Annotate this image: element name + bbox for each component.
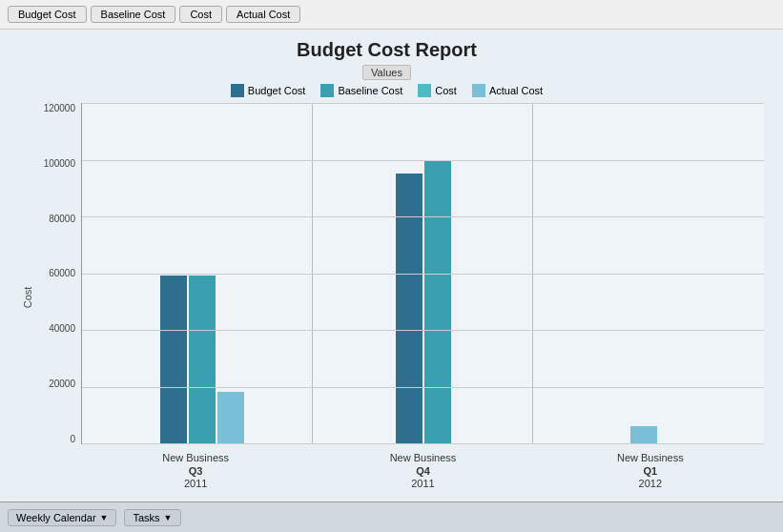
bar-budget-cost [396, 174, 422, 443]
legend-swatch [320, 84, 334, 97]
chart-inner: Cost 120000100000800006000040000200000 N… [10, 103, 764, 492]
y-axis-label: 60000 [49, 268, 75, 278]
grid-line [82, 387, 764, 388]
year-label: 2011 [309, 478, 536, 489]
legend-item-cost: Cost [418, 84, 457, 97]
legend-swatch [472, 84, 485, 97]
y-axis: 120000100000800006000040000200000 [29, 103, 81, 492]
year-label: 2012 [537, 478, 764, 489]
y-axis-label: 100000 [44, 158, 75, 169]
legend-label: Actual Cost [489, 85, 543, 96]
dropdown-arrow-icon: ▼ [164, 513, 173, 522]
quarter-label: Q4 [309, 465, 536, 477]
bottom-btn-tasks[interactable]: Tasks▼ [124, 509, 180, 526]
grid-line [82, 103, 764, 104]
legend-area: Values Budget CostBaseline CostCostActua… [231, 65, 543, 97]
legend-item-budget-cost: Budget Cost [231, 84, 306, 97]
group-name: New Business [82, 452, 309, 463]
values-label: Values [362, 65, 411, 80]
filter-btn-cost[interactable]: Cost [179, 6, 222, 23]
bottom-btn-label: Weekly Calendar [16, 512, 96, 523]
legend-swatch [418, 84, 431, 97]
y-axis-label: 120000 [44, 103, 75, 113]
y-axis-title: Cost [22, 287, 33, 309]
grid-line [82, 160, 764, 161]
filter-btn-baseline-cost[interactable]: Baseline Cost [91, 6, 176, 23]
chart-title: Budget Cost Report [297, 39, 477, 61]
year-label: 2011 [82, 478, 309, 489]
legend-item-actual-cost: Actual Cost [472, 84, 543, 97]
legend-item-baseline-cost: Baseline Cost [320, 84, 402, 97]
y-axis-label: 0 [70, 434, 75, 444]
legend-swatch [231, 84, 244, 97]
plot-area: New Business Q3 2011 New Business Q4 201… [81, 103, 764, 444]
x-label-0: New Business Q3 2011 [82, 452, 309, 489]
legend: Budget CostBaseline CostCostActual Cost [231, 84, 543, 97]
legend-label: Budget Cost [248, 85, 306, 96]
grid-line [82, 330, 764, 331]
bottom-bar: Weekly Calendar▼Tasks▼ [0, 501, 783, 532]
bar-actual-cost [217, 392, 244, 443]
bar-baseline-cost [424, 160, 451, 444]
y-axis-label: 40000 [49, 323, 75, 334]
filter-btn-actual-cost[interactable]: Actual Cost [226, 6, 300, 23]
bottom-btn-weekly-calendar[interactable]: Weekly Calendar▼ [8, 509, 116, 526]
group-name: New Business [537, 452, 764, 463]
x-label-2: New Business Q1 2012 [537, 452, 764, 489]
grid-line [82, 274, 764, 275]
x-label-1: New Business Q4 2011 [309, 452, 536, 489]
filter-bar: Budget CostBaseline CostCostActual Cost [0, 0, 783, 30]
quarter-label: Q3 [82, 465, 309, 477]
legend-label: Baseline Cost [338, 85, 402, 96]
bar-actual-cost [630, 426, 657, 443]
grid-line [82, 443, 764, 444]
bar-baseline-cost [189, 276, 216, 443]
bar-budget-cost [160, 276, 187, 443]
quarter-label: Q1 [537, 465, 764, 477]
y-axis-label: 80000 [49, 214, 75, 224]
chart-container: Budget Cost Report Values Budget CostBas… [0, 30, 783, 501]
legend-label: Cost [435, 85, 457, 96]
group-name: New Business [309, 452, 536, 463]
y-axis-label: 20000 [49, 379, 75, 389]
filter-btn-budget-cost[interactable]: Budget Cost [8, 6, 87, 23]
dropdown-arrow-icon: ▼ [100, 513, 109, 522]
x-axis-labels: New Business Q3 2011 New Business Q4 201… [82, 452, 764, 489]
bottom-btn-label: Tasks [133, 512, 159, 523]
grid-line [82, 216, 764, 217]
